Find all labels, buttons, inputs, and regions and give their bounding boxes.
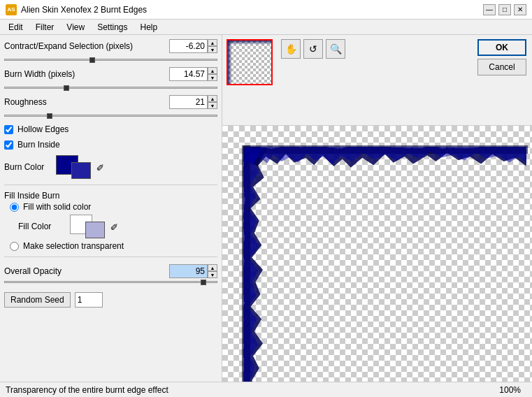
maximize-button[interactable]: □ xyxy=(498,4,511,15)
overall-opacity-slider[interactable] xyxy=(4,280,217,285)
top-right: ✋ ↺ 🔍 OK Cancel xyxy=(222,35,532,126)
roughness-row: Roughness ▲ ▼ xyxy=(4,95,217,109)
overall-opacity-down[interactable]: ▼ xyxy=(208,271,217,278)
pan-tool-button[interactable]: ✋ xyxy=(281,39,301,59)
hollow-edges-row: Hollow Edges xyxy=(4,123,217,136)
fill-solid-label[interactable]: Fill with solid color xyxy=(23,202,91,212)
overall-opacity-input[interactable] xyxy=(169,264,208,278)
fill-color-label: Fill Color xyxy=(18,222,67,231)
preview-area xyxy=(222,126,532,382)
make-transparent-label[interactable]: Make selection transparent xyxy=(23,241,124,251)
overall-opacity-up[interactable]: ▲ xyxy=(208,264,217,271)
burn-color-swatches xyxy=(56,155,91,179)
cancel-button[interactable]: Cancel xyxy=(477,59,526,75)
thumbnail-box[interactable] xyxy=(227,39,273,85)
fill-color-picker-icon[interactable]: ✏ xyxy=(105,217,124,236)
window-title: Alien Skin Xenofex 2 Burnt Edges xyxy=(21,5,479,15)
separator-1 xyxy=(4,185,217,185)
burn-color-fg-swatch[interactable] xyxy=(71,162,91,179)
burn-width-input[interactable] xyxy=(169,67,208,81)
roughness-input[interactable] xyxy=(169,95,208,109)
contract-expand-label: Contract/Expand Selection (pixels) xyxy=(4,41,166,51)
menu-edit[interactable]: Edit xyxy=(3,21,29,34)
roughness-down[interactable]: ▼ xyxy=(208,102,217,109)
pan-icon: ✋ xyxy=(285,43,297,55)
burn-width-label: Burn Width (pixels) xyxy=(4,69,166,79)
fill-solid-radio[interactable] xyxy=(10,203,19,212)
preview-canvas xyxy=(222,126,532,382)
close-button[interactable]: ✕ xyxy=(514,4,526,15)
overall-opacity-input-group: ▲ ▼ xyxy=(169,264,217,278)
overall-opacity-label: Overall Opacity xyxy=(4,266,166,276)
burn-width-down[interactable]: ▼ xyxy=(208,74,217,81)
contract-expand-spinners: ▲ ▼ xyxy=(208,39,217,53)
menu-view[interactable]: View xyxy=(61,21,90,34)
roughness-label: Roughness xyxy=(4,97,166,107)
make-transparent-radio[interactable] xyxy=(10,242,19,251)
roughness-slider[interactable] xyxy=(4,113,217,119)
burn-inside-checkbox[interactable] xyxy=(4,140,13,150)
burn-width-input-group: ▲ ▼ xyxy=(169,67,217,81)
fill-color-swatches xyxy=(70,215,105,238)
ok-button[interactable]: OK xyxy=(477,39,526,56)
make-transparent-row: Make selection transparent xyxy=(10,240,217,252)
burn-inside-label[interactable]: Burn Inside xyxy=(17,140,60,150)
app-icon: AS xyxy=(6,4,17,15)
contract-expand-slider[interactable] xyxy=(4,57,217,63)
title-bar: AS Alien Skin Xenofex 2 Burnt Edges — □ … xyxy=(0,0,532,20)
random-seed-button[interactable]: Random Seed xyxy=(4,292,71,308)
hollow-edges-label[interactable]: Hollow Edges xyxy=(17,124,69,134)
overall-opacity-row: Overall Opacity ▲ ▼ xyxy=(4,264,217,278)
minimize-button[interactable]: — xyxy=(483,4,496,15)
fill-color-row: Fill Color ✏ xyxy=(18,213,217,240)
zoom-icon: 🔍 xyxy=(330,43,342,55)
contract-expand-down[interactable]: ▼ xyxy=(208,46,217,53)
random-seed-row: Random Seed xyxy=(4,292,217,308)
menu-filter[interactable]: Filter xyxy=(30,21,60,34)
menu-help[interactable]: Help xyxy=(135,21,164,34)
roughness-spinners: ▲ ▼ xyxy=(208,95,217,109)
burn-color-label: Burn Color xyxy=(4,162,53,172)
burn-inside-row: Burn Inside xyxy=(4,138,217,151)
roughness-up[interactable]: ▲ xyxy=(208,95,217,102)
main-content: Contract/Expand Selection (pixels) ▲ ▼ B… xyxy=(0,35,532,382)
burn-width-spinners: ▲ ▼ xyxy=(208,67,217,81)
rotate-icon: ↺ xyxy=(309,43,317,55)
contract-expand-row: Contract/Expand Selection (pixels) ▲ ▼ xyxy=(4,39,217,53)
zoom-tool-button[interactable]: 🔍 xyxy=(326,39,345,59)
fill-inside-section: Fill Inside Burn Fill with solid color F… xyxy=(4,189,217,252)
fill-inside-label: Fill Inside Burn xyxy=(4,191,217,201)
status-text: Transparency of the entire burnt edge ef… xyxy=(6,385,499,395)
contract-expand-input-group: ▲ ▼ xyxy=(169,39,217,53)
fill-solid-row: Fill with solid color xyxy=(10,201,217,213)
burn-color-row: Burn Color ✏ xyxy=(4,154,217,180)
burn-width-row: Burn Width (pixels) ▲ ▼ xyxy=(4,67,217,81)
toolbar-area: ✋ ↺ 🔍 xyxy=(278,35,348,125)
left-panel: Contract/Expand Selection (pixels) ▲ ▼ B… xyxy=(0,35,222,382)
overall-opacity-spinners: ▲ ▼ xyxy=(208,264,217,278)
checker-background xyxy=(222,126,532,382)
burn-color-picker-icon[interactable]: ✏ xyxy=(91,157,110,177)
status-percent: 100% xyxy=(499,385,521,395)
rotate-tool-button[interactable]: ↺ xyxy=(303,39,323,59)
status-bar: Transparency of the entire burnt edge ef… xyxy=(0,382,532,397)
ok-cancel-area: OK Cancel xyxy=(472,35,532,125)
burn-width-up[interactable]: ▲ xyxy=(208,67,217,74)
fill-color-fg-swatch[interactable] xyxy=(85,222,105,238)
random-seed-input[interactable] xyxy=(75,292,103,308)
right-section: ✋ ↺ 🔍 OK Cancel xyxy=(222,35,532,382)
overall-opacity-section: Overall Opacity ▲ ▼ xyxy=(4,264,217,287)
hollow-edges-checkbox[interactable] xyxy=(4,125,13,134)
contract-expand-input[interactable] xyxy=(169,39,208,53)
burn-width-slider[interactable] xyxy=(4,85,217,91)
contract-expand-up[interactable]: ▲ xyxy=(208,39,217,46)
window-controls: — □ ✕ xyxy=(483,4,526,15)
menu-settings[interactable]: Settings xyxy=(92,21,133,34)
menu-bar: Edit Filter View Settings Help xyxy=(0,20,532,35)
roughness-input-group: ▲ ▼ xyxy=(169,95,217,109)
separator-2 xyxy=(4,257,217,257)
thumbnail-area xyxy=(222,35,278,125)
